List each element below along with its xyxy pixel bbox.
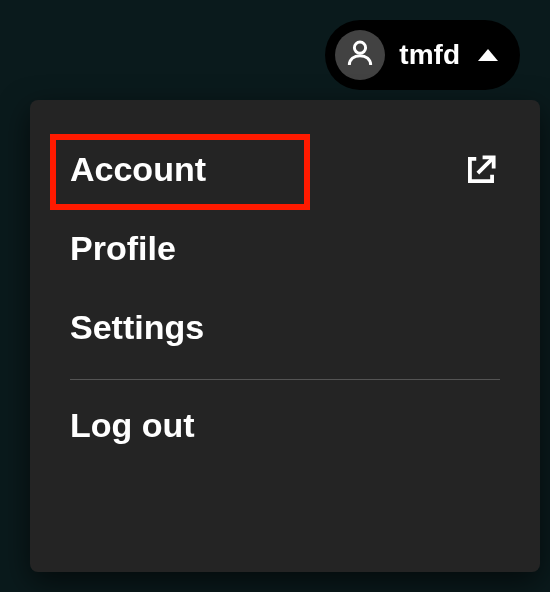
external-link-icon	[462, 151, 500, 189]
svg-point-0	[355, 42, 366, 53]
user-icon	[344, 37, 376, 73]
username-label: tmfd	[399, 39, 460, 71]
avatar	[335, 30, 385, 80]
menu-item-account[interactable]: Account	[30, 130, 540, 209]
user-menu-toggle[interactable]: tmfd	[325, 20, 520, 90]
chevron-up-icon	[478, 49, 498, 61]
menu-divider	[70, 379, 500, 380]
menu-item-label: Profile	[70, 229, 176, 268]
user-dropdown-menu: Account Profile Settings Log out	[30, 100, 540, 572]
menu-item-label: Settings	[70, 308, 204, 347]
menu-item-label: Log out	[70, 406, 195, 445]
menu-item-profile[interactable]: Profile	[30, 209, 540, 288]
menu-item-label: Account	[70, 150, 206, 189]
menu-item-settings[interactable]: Settings	[30, 288, 540, 367]
menu-item-logout[interactable]: Log out	[30, 386, 540, 465]
